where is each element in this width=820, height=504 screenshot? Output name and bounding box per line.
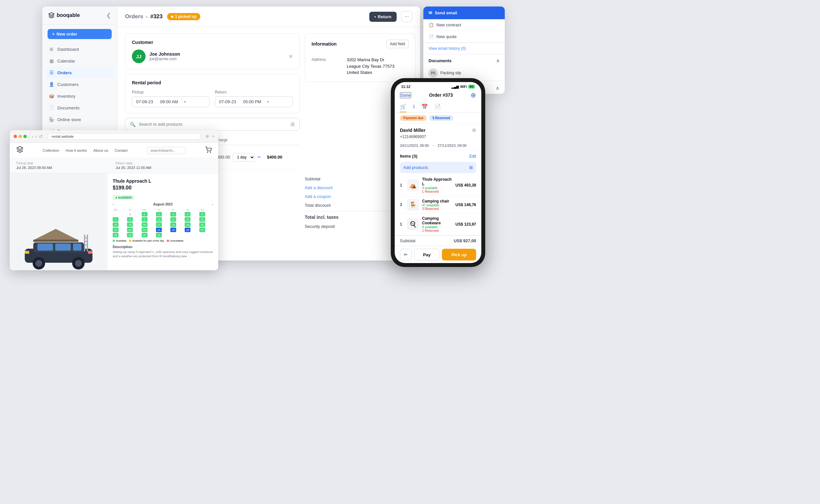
app-logo: booqable — [48, 12, 80, 19]
product-thumb-3: 🍳 — [407, 218, 419, 230]
new-order-plus-icon: + — [52, 32, 55, 36]
minimize-dot[interactable] — [19, 135, 22, 138]
product-details-3: Camping Cookware 9 available 1 Reserved — [422, 216, 452, 232]
sidebar-collapse-button[interactable]: ❮ — [106, 12, 111, 19]
phone-customer-phone: +12146969937 — [395, 134, 481, 142]
browser-refresh-button[interactable]: ↺ — [39, 134, 43, 139]
quote-icon: 📄 — [429, 34, 434, 39]
sidebar-item-inventory[interactable]: 📦 Inventory — [46, 91, 114, 102]
charge-period-select[interactable]: 1 day — [233, 153, 255, 161]
more-options-button[interactable]: ··· — [401, 11, 412, 22]
new-contract-item[interactable]: 📋 New contract — [423, 19, 505, 31]
phone-more-button[interactable]: ⊕ — [472, 127, 476, 133]
product-details-2: Camping chair 47 available 3 Reserved — [422, 199, 452, 211]
view-email-history-link[interactable]: View email history (0) — [423, 43, 505, 54]
svg-rect-8 — [73, 244, 81, 251]
sidebar-item-online-store[interactable]: 🏪 Online store — [46, 114, 114, 125]
return-date-input[interactable]: 07-09-23 05:00 PM ▾ — [215, 96, 293, 107]
description-title: Description — [113, 245, 213, 249]
breadcrumb-parent: Orders — [125, 13, 143, 20]
svg-rect-6 — [37, 244, 53, 251]
store-body: Thule Approach L $199.00 ● available ‹ A… — [10, 173, 218, 270]
svg-point-0 — [207, 152, 208, 152]
description-text: Setting up camp h Approach L, unfo spaci… — [113, 250, 213, 259]
store-search-input[interactable] — [147, 147, 186, 154]
sidebar-item-customers[interactable]: 👤 Customers — [46, 79, 114, 90]
svg-rect-3 — [33, 240, 78, 242]
browser-toolbar-icons: ⊕ + — [205, 134, 214, 139]
price-control: $400.00 1 day ✏ — [215, 153, 267, 161]
information-card: Information Add field Address 3202 Marin… — [305, 34, 416, 82]
filter-icon: ⊞ — [290, 121, 295, 127]
product-car-svg — [16, 221, 101, 270]
phone-tab-info[interactable]: ℹ — [413, 102, 415, 112]
calendar-legend: Available Available for part of the day … — [113, 239, 213, 242]
customer-row: JJ Joe Johnsson joe@acme.com ✕ — [132, 49, 293, 63]
browser-back-button[interactable]: ‹ — [32, 134, 34, 139]
search-icon: 🔍 — [130, 122, 135, 127]
phone-pickup-button[interactable]: Pick up — [442, 249, 476, 260]
phone-done-button[interactable]: Done — [400, 92, 411, 98]
phone-tab-cart[interactable]: 🛒 — [400, 102, 406, 112]
return-button[interactable]: ▪ Return — [369, 12, 397, 22]
add-products-button[interactable]: Add products ⊞ — [400, 162, 476, 173]
breadcrumb-separator: › — [146, 13, 148, 20]
new-quote-item[interactable]: 📄 New quote — [423, 31, 505, 43]
address-row: Address 3202 Marina Bay Dr League City T… — [312, 57, 409, 76]
store-logo-icon — [16, 146, 23, 155]
sidebar-item-calendar[interactable]: ▦ Calendar — [46, 55, 114, 66]
sidebar-item-orders[interactable]: ☰ Orders — [46, 67, 114, 78]
invoices-collapse-icon[interactable]: ∧ — [496, 85, 500, 91]
browser-address-bar[interactable]: rental website — [48, 133, 200, 140]
product-details-1: Thule Approach L 4 available 1 Reserved — [422, 177, 452, 193]
maximize-dot[interactable] — [23, 135, 27, 138]
documents-icon: 📄 — [49, 105, 54, 110]
phone-status-icons: ▂▄▆ WiFi 5G — [451, 85, 475, 89]
calendar-next-button[interactable]: › — [212, 203, 213, 206]
new-order-button[interactable]: + New order — [48, 29, 112, 39]
pickup-chevron-icon: ▾ — [184, 100, 205, 104]
phone-items-header: Items (3) Edit — [395, 150, 481, 161]
phone-tab-calendar[interactable]: 📅 — [421, 102, 428, 112]
packing-slip-avatar: PS — [429, 68, 438, 77]
browser-chrome: ‹ › ↺ rental website ⊕ + — [10, 130, 218, 143]
phone-product-item-3: 1 🍳 Camping Cookware 9 available 1 Reser… — [395, 214, 481, 235]
documents-collapse-icon[interactable]: ∧ — [496, 58, 500, 63]
product-name: Thule Approach L — [113, 178, 213, 184]
phone-bottom-actions: ✏ Pay Pick up — [395, 246, 481, 263]
send-email-button[interactable]: ✉ Send email — [423, 7, 505, 19]
wifi-icon: WiFi — [460, 85, 467, 89]
browser-forward-button[interactable]: › — [35, 134, 37, 139]
sidebar-logo-area: booqable ❮ — [42, 7, 117, 24]
status-dot — [171, 16, 173, 18]
available-legend-dot — [113, 240, 115, 242]
close-dot[interactable] — [14, 135, 17, 138]
customers-icon: 👤 — [49, 82, 54, 87]
phone-nav: Done Order #373 ⊕ — [395, 90, 481, 102]
price-edit-icon[interactable]: ✏ — [258, 155, 261, 160]
add-products-icon: ⊞ — [469, 165, 473, 170]
partial-legend-dot — [129, 240, 131, 242]
add-field-button[interactable]: Add field — [386, 40, 409, 48]
calendar-prev-button[interactable]: ‹ — [113, 203, 114, 206]
phone-pay-button[interactable]: Pay — [414, 249, 439, 260]
pickup-date-input[interactable]: 07-09-23 09:00 AM ▾ — [132, 96, 210, 107]
sidebar-item-documents[interactable]: 📄 Documents — [46, 102, 114, 113]
remove-customer-button[interactable]: ✕ — [289, 53, 293, 60]
date-bar: Pickup date Jul 28, 2023 09:00 AM Return… — [10, 158, 218, 173]
search-input[interactable] — [139, 122, 287, 127]
phone-add-button[interactable]: ⊕ — [471, 91, 476, 99]
phone-edit-button[interactable]: ✏ — [400, 249, 412, 260]
phone-edit-link[interactable]: Edit — [469, 154, 476, 159]
return-label: Return — [215, 90, 293, 94]
sidebar-item-dashboard[interactable]: ⊞ Dashboard — [46, 44, 114, 55]
phone-date-arrow-icon: → — [431, 144, 435, 147]
browser-window: ‹ › ↺ rental website ⊕ + Collection How … — [10, 130, 218, 270]
calendar-grid[interactable]: 1 2 3 4 5 6 7 8 9 10 11 12 13 14 15 16 1 — [113, 212, 213, 237]
product-search-bar[interactable]: 🔍 ⊞ — [125, 118, 300, 131]
svg-rect-18 — [84, 241, 88, 242]
store-cart-icon[interactable] — [205, 147, 212, 154]
info-card-header: Information Add field — [312, 40, 409, 48]
phone-tab-docs[interactable]: 📄 — [434, 102, 441, 112]
svg-rect-7 — [55, 244, 71, 251]
